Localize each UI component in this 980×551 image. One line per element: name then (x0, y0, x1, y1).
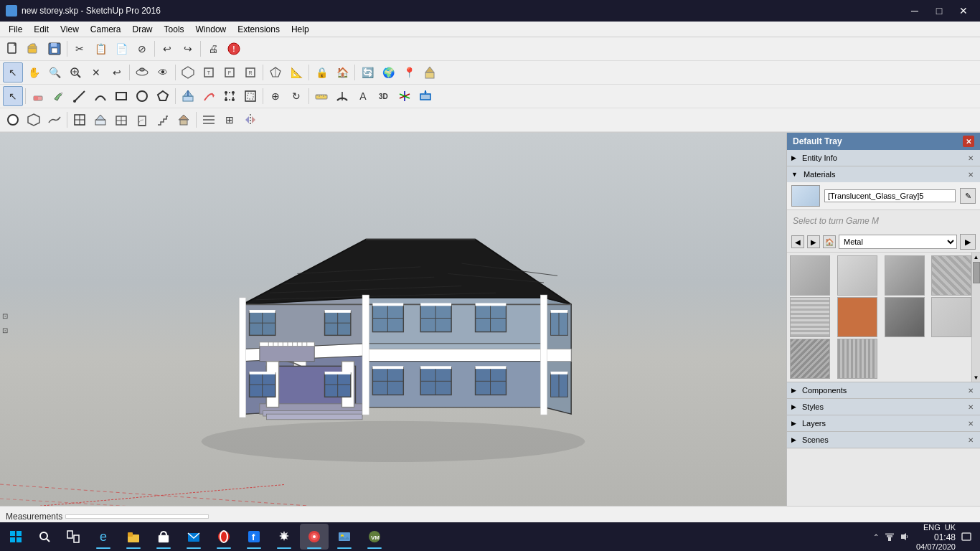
tb-rotate-tool[interactable]: ↻ (286, 86, 306, 106)
materials-header[interactable]: Materials ✕ (787, 166, 980, 182)
tb-open[interactable] (24, 39, 44, 59)
menu-tools[interactable]: Tools (159, 23, 190, 36)
material-swatch-4[interactable] (931, 255, 971, 296)
material-swatch-8[interactable] (931, 297, 971, 337)
materials-back-button[interactable]: ◀ (791, 235, 804, 248)
menu-draw[interactable]: Draw (127, 23, 159, 36)
tb-protractor[interactable] (332, 86, 352, 106)
tb-weld-edges[interactable]: ⊞ (220, 110, 240, 130)
tb-paste[interactable]: 📄 (111, 39, 131, 59)
entity-info-header[interactable]: Entity Info ✕ (787, 150, 980, 166)
tb-save[interactable] (44, 39, 65, 59)
components-close[interactable]: ✕ (966, 385, 976, 395)
styles-header[interactable]: Styles ✕ (787, 399, 980, 415)
tb-line[interactable] (70, 86, 90, 106)
tb-look-around[interactable]: 👁 (153, 62, 173, 83)
tb-redo[interactable]: ↪ (178, 39, 198, 59)
menu-camera[interactable]: Camera (85, 23, 127, 36)
tb-undo[interactable]: ↩ (157, 39, 177, 59)
taskbar-app-facebook[interactable]: f (240, 524, 268, 550)
taskbar-app-edge[interactable]: e (89, 524, 118, 550)
tb-erase[interactable]: ⊘ (132, 39, 152, 59)
tb-previous-view[interactable]: ↩ (107, 62, 127, 83)
menu-edit[interactable]: Edit (28, 23, 55, 36)
taskbar-app-settings[interactable] (270, 524, 298, 550)
tb-zoom-extents[interactable]: ✕ (86, 62, 106, 83)
tb-section-plane[interactable] (415, 86, 435, 106)
taskbar-app-vmware[interactable]: VM (360, 524, 389, 550)
tb-3d-text[interactable]: 3D (374, 86, 394, 106)
materials-scrollbar[interactable]: ▲ ▼ (971, 253, 980, 382)
tb-arrow[interactable]: ↖ (3, 86, 23, 106)
tb-copy[interactable]: 📋 (90, 39, 110, 59)
material-edit-button[interactable]: ✎ (960, 188, 976, 204)
material-swatch-10[interactable] (837, 339, 877, 379)
maximize-button[interactable]: □ (928, 0, 950, 22)
scroll-thumb[interactable] (973, 262, 980, 283)
materials-category-select[interactable]: Metal (839, 235, 957, 249)
tray-chevron[interactable]: ⌃ (873, 533, 879, 541)
tb-paint[interactable] (49, 86, 69, 106)
material-swatch-7[interactable] (885, 297, 925, 337)
tb-elevation[interactable] (90, 110, 110, 130)
viewport[interactable]: ⊡ ⊡ (0, 133, 786, 506)
tb-iso[interactable] (178, 62, 198, 83)
components-header[interactable]: Components ✕ (787, 382, 980, 398)
material-swatch-2[interactable] (837, 255, 877, 296)
menu-window[interactable]: Window (190, 23, 232, 36)
material-swatch-9[interactable] (790, 339, 830, 379)
minimize-button[interactable]: ─ (904, 0, 925, 22)
tb-arc[interactable] (90, 86, 110, 106)
tb-offset[interactable] (240, 86, 260, 106)
scenes-header[interactable]: Scenes ✕ (787, 432, 980, 448)
tb-top[interactable]: T (199, 62, 219, 83)
taskbar-search-button[interactable] (32, 524, 57, 550)
menu-extensions[interactable]: Extensions (232, 23, 286, 36)
materials-close[interactable]: ✕ (966, 169, 976, 179)
tb-rectangle[interactable] (111, 86, 131, 106)
tb-floor-plan[interactable] (70, 110, 90, 130)
tb-geo-location[interactable]: 🌍 (378, 62, 398, 83)
material-swatch-1[interactable] (790, 255, 830, 296)
tb-select[interactable]: ↖ (3, 62, 23, 83)
tb-pan[interactable]: ✋ (24, 62, 44, 83)
tb-window-tool[interactable] (111, 110, 131, 130)
taskbar-start-button[interactable] (3, 524, 29, 550)
tb-walk[interactable]: 🔒 (311, 62, 331, 83)
tb-scale[interactable] (220, 86, 240, 106)
tb-follow-me[interactable] (199, 86, 219, 106)
tb-mirror[interactable] (240, 110, 260, 130)
layers-header[interactable]: Layers ✕ (787, 415, 980, 431)
taskbar-app-mail[interactable] (179, 524, 208, 550)
tb-place-component[interactable] (420, 62, 440, 83)
taskbar-app-photos[interactable] (330, 524, 359, 550)
tb-move[interactable]: ⊕ (265, 86, 286, 106)
entity-info-close[interactable]: ✕ (966, 153, 976, 163)
notification-icon[interactable] (961, 532, 971, 542)
material-name-input[interactable] (824, 189, 956, 202)
tb-new[interactable] (3, 39, 23, 59)
tb-model-info[interactable]: ! (224, 39, 244, 59)
tb-tape-measure[interactable] (311, 86, 331, 106)
taskbar-app-store[interactable] (149, 524, 178, 550)
tb-push-pull[interactable] (178, 86, 198, 106)
scenes-close[interactable]: ✕ (966, 435, 976, 445)
tb-perspective[interactable] (265, 62, 286, 83)
tb-shape-style[interactable] (3, 110, 23, 130)
taskbar-app-explorer[interactable] (119, 524, 148, 550)
tb-polygon[interactable] (153, 86, 173, 106)
tb-axes[interactable] (395, 86, 415, 106)
layers-close[interactable]: ✕ (966, 418, 976, 428)
tb-text[interactable]: A (353, 86, 373, 106)
material-swatch-6[interactable] (837, 297, 877, 337)
tray-close-button[interactable]: ✕ (963, 136, 974, 147)
tb-print[interactable]: 🖨 (203, 39, 223, 59)
tb-position-camera[interactable]: 🏠 (332, 62, 352, 83)
scroll-down-arrow[interactable]: ▼ (972, 373, 980, 382)
tb-parallel[interactable]: 📐 (286, 62, 306, 83)
tb-roof-tool[interactable] (174, 110, 194, 130)
tb-component-stray[interactable] (24, 110, 44, 130)
taskbar-app-sketchup[interactable] (300, 524, 329, 550)
materials-home-button[interactable]: 🏠 (823, 235, 836, 248)
tb-circle[interactable] (132, 86, 152, 106)
